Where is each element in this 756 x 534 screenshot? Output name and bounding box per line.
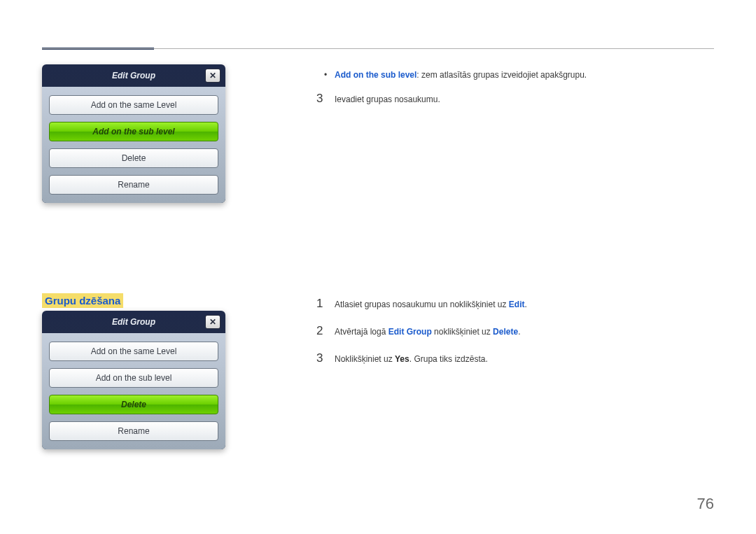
step-text: Atvērtajā logā Edit Group noklikšķiniet … [335,325,520,339]
option-delete[interactable]: Delete [49,395,218,414]
bullet-add-sub-level: • Add on the sub level: zem atlasītās gr… [316,69,714,82]
close-button[interactable]: ✕ [205,69,220,83]
section-title-delete-groups: Grupu dzēšana [42,293,123,308]
header-rule [42,48,714,49]
step-2: 2 Atvērtajā logā Edit Group noklikšķinie… [316,321,714,340]
step-text: Ievadiet grupas nosaukumu. [335,93,440,106]
instruction-block-delete: 1 Atlasiet grupas nosaukumu un noklikšķi… [316,294,714,377]
bullet-label: Add on the sub level [335,70,416,80]
step-1: 1 Atlasiet grupas nosaukumu un noklikšķi… [316,294,714,313]
dialog-title: Edit Group [112,71,155,80]
dialog-title: Edit Group [112,317,155,327]
step-3: 3 Noklikšķiniet uz Yes. Grupa tiks izdzē… [316,349,714,367]
instruction-block-top: • Add on the sub level: zem atlasītās gr… [316,69,714,116]
step-text: Noklikšķiniet uz Yes. Grupa tiks izdzēst… [335,353,488,366]
option-add-sub-level[interactable]: Add on the sub level [49,368,218,388]
step-number: 3 [316,349,335,367]
edit-group-dialog-delete: Edit Group ✕ Add on the same Level Add o… [42,311,225,449]
dialog-header: Edit Group ✕ [42,64,225,87]
dialog-header: Edit Group ✕ [42,311,225,333]
page-number: 76 [697,495,714,513]
edit-group-dialog-add: Edit Group ✕ Add on the same Level Add o… [42,64,225,203]
option-rename[interactable]: Rename [49,421,218,441]
step-number: 1 [316,294,335,313]
option-add-sub-level[interactable]: Add on the sub level [49,122,218,141]
option-delete[interactable]: Delete [49,148,218,168]
bullet-text: : zem atlasītās grupas izveidojiet apakš… [416,70,587,80]
bullet-dot: • [316,69,335,82]
step-text: Atlasiet grupas nosaukumu un noklikšķini… [335,298,527,311]
option-rename[interactable]: Rename [49,175,218,195]
step-number: 2 [316,321,335,340]
option-add-same-level[interactable]: Add on the same Level [49,95,218,115]
step-number: 3 [316,89,335,108]
option-add-same-level[interactable]: Add on the same Level [49,342,218,361]
step-3-top: 3 Ievadiet grupas nosaukumu. [316,89,714,108]
dialog-body: Add on the same Level Add on the sub lev… [42,87,225,203]
close-button[interactable]: ✕ [205,315,220,329]
dialog-body: Add on the same Level Add on the sub lev… [42,333,225,449]
